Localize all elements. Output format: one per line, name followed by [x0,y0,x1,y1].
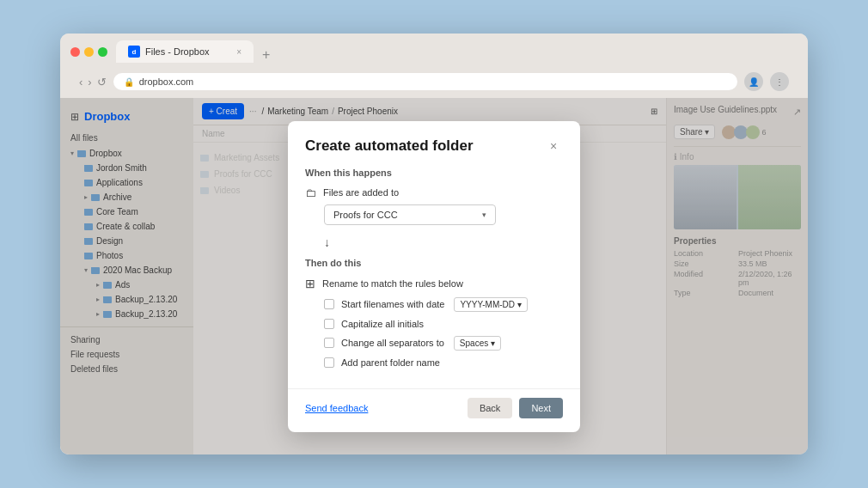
modal-title: Create automated folder [305,137,474,155]
checkbox-0[interactable] [324,299,334,309]
dropdown-arrow-icon: ▾ [491,339,495,348]
arrow-down-icon: ↓ [324,235,563,249]
minimize-dot[interactable] [84,47,94,57]
tab-favicon: d [128,46,140,58]
refresh-button[interactable]: ↺ [97,76,107,88]
trigger-item: 🗀 Files are added to [305,186,563,199]
maximize-dot[interactable] [98,47,107,57]
checkbox-1[interactable] [324,319,334,329]
browser-actions: 👤 ⋮ [744,72,789,91]
checkbox-item-1: Capitalize all initials [324,319,563,329]
dropdown-arrow-icon: ▾ [517,300,522,309]
when-section-label: When this happens [305,168,563,178]
checkbox-3[interactable] [324,357,334,368]
forward-button[interactable]: › [88,76,91,88]
modal-header: Create automated folder × [288,121,580,168]
next-button[interactable]: Next [519,398,563,418]
checkbox-label-1: Capitalize all initials [341,319,424,329]
modal-dialog: Create automated folder × When this happ… [288,121,580,432]
address-bar-row: ‹ › ↺ 🔒 dropbox.com 👤 ⋮ [70,68,798,98]
checkbox-item-0: Start filenames with date YYYY-MM-DD ▾ [324,297,563,312]
checkbox-item-2: Change all separators to Spaces ▾ [324,336,563,351]
modal-overlay: Create automated folder × When this happ… [60,98,808,454]
dropdown-row: Proofs for CCC ▾ [324,204,563,225]
then-section-label: Then do this [305,258,563,268]
browser-tab[interactable]: d Files - Dropbox × [116,40,254,63]
lock-icon: 🔒 [124,77,134,87]
action-label: Rename to match the rules below [322,278,463,289]
back-button[interactable]: Back [468,398,512,418]
checkbox-label-0: Start filenames with date [341,299,444,309]
tab-bar: d Files - Dropbox × + [116,40,277,63]
then-section: Then do this ⊞ Rename to match the rules… [305,258,563,368]
checkbox-group: Start filenames with date YYYY-MM-DD ▾ C… [324,297,563,368]
address-bar[interactable]: 🔒 dropbox.com [113,73,737,90]
checkbox-label-3: Add parent folder name [341,357,440,368]
app-wrapper: ⊞ Dropbox All files ▾ Dropbox Jordon Smi… [60,98,808,454]
action-item: ⊞ Rename to match the rules below [305,277,563,290]
modal-footer: Send feedback Back Next [288,388,580,432]
nav-buttons: ‹ › ↺ [79,76,107,88]
tab-close-icon[interactable]: × [236,47,241,57]
checkbox-label-2: Change all separators to [341,338,444,348]
checkbox-2[interactable] [324,338,334,348]
date-format-value: YYYY-MM-DD [460,300,515,309]
folder-dropdown[interactable]: Proofs for CCC ▾ [324,204,496,225]
footer-buttons: Back Next [468,398,563,418]
checkbox-item-3: Add parent folder name [324,357,563,368]
send-feedback-link[interactable]: Send feedback [305,403,368,413]
browser-chrome: d Files - Dropbox × + ‹ › ↺ 🔒 dropbox.co… [60,34,808,98]
tab-title: Files - Dropbox [145,46,210,57]
action-icon: ⊞ [305,277,315,290]
address-text: dropbox.com [139,76,194,87]
browser-window: d Files - Dropbox × + ‹ › ↺ 🔒 dropbox.co… [60,34,808,454]
new-tab-button[interactable]: + [255,47,277,63]
close-dot[interactable] [70,47,80,57]
modal-close-button[interactable]: × [544,137,563,156]
menu-button[interactable]: ⋮ [770,72,789,91]
date-format-dropdown[interactable]: YYYY-MM-DD ▾ [454,297,528,312]
dropdown-arrow-icon: ▾ [482,210,486,219]
modal-body: When this happens 🗀 Files are added to P… [288,168,580,388]
folder-dropdown-value: Proofs for CCC [333,210,398,220]
folder-trigger-icon: 🗀 [305,186,316,199]
profile-button[interactable]: 👤 [744,72,763,91]
separator-dropdown[interactable]: Spaces ▾ [454,336,501,351]
back-button[interactable]: ‹ [79,76,83,88]
trigger-text: Files are added to [323,187,399,198]
separator-value: Spaces [460,339,488,348]
